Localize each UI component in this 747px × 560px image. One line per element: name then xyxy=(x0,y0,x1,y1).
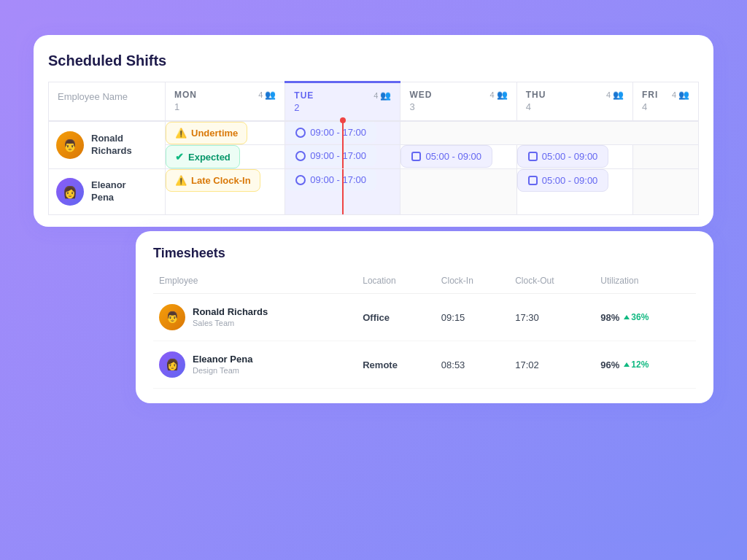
ts-clockin-ronald: 09:15 xyxy=(436,294,509,341)
col-fri: FRI 4 👥 4 xyxy=(633,82,699,122)
app-wrapper: Scheduled Shifts Employee Name MON 4 xyxy=(16,18,731,542)
schedule-table: Employee Name MON 4 👥 1 xyxy=(48,81,699,215)
time-box-badge: 05:00 - 09:00 xyxy=(517,169,609,192)
warn-icon: ⚠️ xyxy=(175,175,187,186)
ts-col-clockout: Clock-Out xyxy=(509,271,595,294)
table-row: 👨 RonaldRichards ⚠️ Undertime xyxy=(49,121,699,145)
ts-employee-eleanor: 👩 Eleanor Pena Design Team xyxy=(153,341,357,389)
avatar-ronald: 👨 xyxy=(56,131,84,159)
shift-eleanor-wed xyxy=(400,169,516,215)
shift-ronald-wed-2: 05:00 - 09:00 xyxy=(400,145,516,169)
shift-ronald-thu-2: 05:00 - 09:00 xyxy=(516,145,632,169)
ts-col-location: Location xyxy=(357,271,436,294)
table-row: 👩 EleanorPena ⚠️ Late Clock-In xyxy=(49,169,699,215)
ts-clockin-eleanor: 08:53 xyxy=(436,341,509,389)
shifts-title: Scheduled Shifts xyxy=(48,52,699,69)
shift-eleanor-fri xyxy=(633,169,699,215)
avatar-eleanor-ts: 👩 xyxy=(159,351,185,378)
badge-undertime: ⚠️ Undertime xyxy=(166,122,247,144)
ts-util-eleanor: 96% 12% xyxy=(595,341,696,389)
time-badge: 09:00 - 17:00 xyxy=(285,145,376,166)
people-icon: 👥 xyxy=(678,90,689,100)
ts-col-employee: Employee xyxy=(153,271,357,294)
col-thu: THU 4 👥 4 xyxy=(516,82,632,122)
square-icon xyxy=(528,176,538,185)
shift-ronald-mon-2: ✔ Expected xyxy=(166,145,285,169)
time-box-badge: 05:00 - 09:00 xyxy=(400,145,492,168)
shift-ronald-wed-fri-1 xyxy=(400,121,699,145)
shift-ronald-tue-1: 09:00 - 17:00 xyxy=(285,121,400,145)
people-icon: 👥 xyxy=(613,90,624,100)
shift-eleanor-tue: 09:00 - 17:00 xyxy=(285,169,400,215)
timesheets-title: Timesheets xyxy=(153,246,696,261)
ts-clockout-eleanor: 17:02 xyxy=(509,341,595,389)
square-icon xyxy=(411,152,421,161)
ts-col-utilization: Utilization xyxy=(595,271,696,294)
timesheets-table: Employee Location Clock-In Clock-Out Uti… xyxy=(153,271,696,389)
badge-late: ⚠️ Late Clock-In xyxy=(166,169,260,192)
timeline-line xyxy=(342,145,344,168)
shift-eleanor-mon: ⚠️ Late Clock-In xyxy=(166,169,285,215)
ts-clockout-ronald: 17:30 xyxy=(509,294,595,341)
clock-icon xyxy=(295,128,306,138)
time-badge: 09:00 - 17:00 xyxy=(285,169,376,190)
trend-up-icon xyxy=(624,362,630,367)
clock-icon xyxy=(295,175,306,185)
timeline-indicator xyxy=(340,117,346,123)
col-tue: TUE 4 👥 2 xyxy=(285,82,400,122)
col-mon: MON 4 👥 1 xyxy=(166,82,285,122)
badge-expected: ✔ Expected xyxy=(166,145,240,168)
timesheets-card: Timesheets Employee Location Clock-In Cl… xyxy=(136,231,713,403)
avatar-ronald-ts: 👨 xyxy=(159,304,185,330)
square-icon xyxy=(528,152,538,161)
people-icon: 👥 xyxy=(380,90,391,101)
table-row: 👩 Eleanor Pena Design Team Remote 08:53 … xyxy=(153,341,696,389)
time-badge: 09:00 - 17:00 xyxy=(285,122,376,143)
check-icon: ✔ xyxy=(175,151,184,163)
avatar-eleanor: 👩 xyxy=(56,178,84,206)
shift-ronald-fri-2 xyxy=(633,145,699,169)
col-wed: WED 4 👥 3 xyxy=(400,82,516,122)
timeline-line xyxy=(342,169,344,214)
people-icon: 👥 xyxy=(265,90,276,100)
clock-icon xyxy=(295,151,306,161)
people-icon: 👥 xyxy=(497,90,508,100)
ts-col-clockin: Clock-In xyxy=(436,271,509,294)
col-employee: Employee Name xyxy=(49,82,166,122)
table-row: 👨 Ronald Richards Sales Team Office 09:1… xyxy=(153,294,696,341)
ts-util-ronald: 98% 36% xyxy=(595,294,696,341)
employee-cell-ronald: 👨 RonaldRichards xyxy=(49,121,166,169)
employee-cell-eleanor: 👩 EleanorPena xyxy=(49,169,166,215)
warn-icon: ⚠️ xyxy=(175,128,187,139)
ts-employee-ronald: 👨 Ronald Richards Sales Team xyxy=(153,294,357,341)
shift-eleanor-thu: 05:00 - 09:00 xyxy=(516,169,632,215)
ts-location-ronald: Office xyxy=(357,294,436,341)
shifts-card: Scheduled Shifts Employee Name MON 4 xyxy=(34,35,713,227)
shift-ronald-mon-1: ⚠️ Undertime xyxy=(166,121,285,145)
trend-up-icon xyxy=(624,315,630,319)
time-box-badge: 05:00 - 09:00 xyxy=(517,145,609,168)
shift-ronald-tue-2: 09:00 - 17:00 xyxy=(285,145,400,169)
ts-location-eleanor: Remote xyxy=(357,341,436,389)
